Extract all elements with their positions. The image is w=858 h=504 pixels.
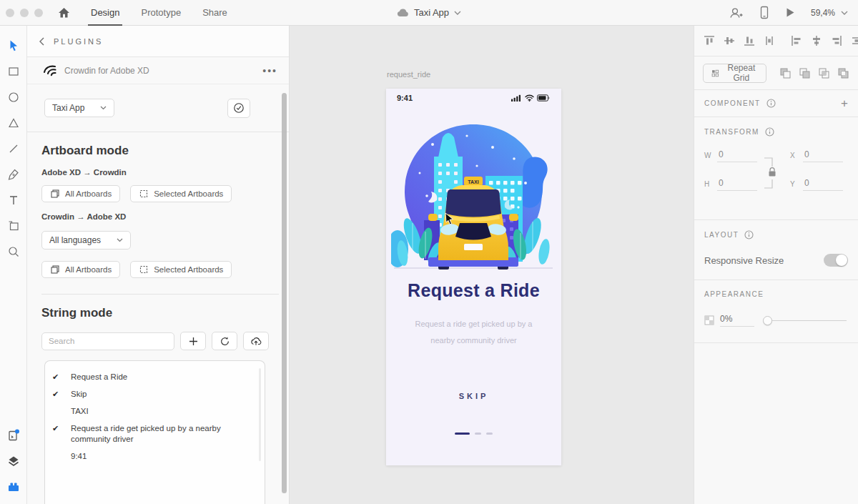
zoom-tool[interactable] xyxy=(0,239,27,265)
artboard-tool[interactable] xyxy=(0,213,27,239)
subtitle-line1: Request a ride get picked up by a xyxy=(386,316,561,332)
add-component-button[interactable]: + xyxy=(841,97,848,111)
titlebar-actions: 59,4% xyxy=(729,6,848,19)
zoom-level: 59,4% xyxy=(811,8,835,18)
x-field[interactable] xyxy=(803,149,843,162)
boolean-intersect-icon[interactable] xyxy=(818,67,830,79)
line-tool[interactable] xyxy=(0,136,27,162)
phone-statusbar: 9:41 xyxy=(386,89,561,107)
info-icon[interactable] xyxy=(765,127,774,137)
y-field[interactable] xyxy=(803,178,843,191)
boolean-subtract-icon[interactable] xyxy=(799,67,811,79)
plugin-menu-button[interactable]: ••• xyxy=(262,68,277,74)
home-button[interactable] xyxy=(57,6,71,19)
dot-active xyxy=(455,433,470,435)
selected-artboards-label: Selected Artboards xyxy=(154,265,223,274)
line-icon xyxy=(7,142,20,155)
back-chevron-icon[interactable] xyxy=(39,37,45,46)
boolean-exclude-icon[interactable] xyxy=(837,67,849,79)
minimize-window-icon[interactable] xyxy=(20,9,29,17)
align-center-horizontal-icon[interactable] xyxy=(810,34,823,47)
artboard-name-label[interactable]: request_ride xyxy=(387,70,430,79)
device-preview-icon[interactable] xyxy=(759,6,769,19)
artboard-request-ride[interactable]: 9:41 xyxy=(386,89,561,465)
project-row: Taxi App xyxy=(27,84,289,132)
pen-tool[interactable] xyxy=(0,162,27,187)
appearance-section: APPEARANCE 0% xyxy=(694,280,858,343)
confirm-project-button[interactable] xyxy=(227,99,250,118)
string-list-item[interactable]: ✔ Request a ride get picked up by a near… xyxy=(52,420,255,448)
responsive-resize-toggle[interactable] xyxy=(824,254,848,267)
tab-share[interactable]: Share xyxy=(202,0,227,26)
languages-select[interactable]: All languages xyxy=(41,231,131,249)
string-label: 9:41 xyxy=(71,451,255,462)
select-tool[interactable] xyxy=(0,33,27,59)
dot xyxy=(475,433,481,435)
maximize-window-icon[interactable] xyxy=(34,9,43,17)
layout-label: LAYOUT xyxy=(704,231,739,239)
opacity-slider[interactable] xyxy=(763,316,848,325)
boolean-add-icon[interactable] xyxy=(779,67,792,79)
info-icon[interactable] xyxy=(766,99,776,108)
string-list-item[interactable]: ✔ Request a Ride xyxy=(52,368,255,385)
selected-artboards-button[interactable]: Selected Artboards xyxy=(130,185,232,202)
info-icon[interactable] xyxy=(744,230,754,239)
skip-button[interactable]: SKIP xyxy=(386,392,561,400)
slider-knob[interactable] xyxy=(763,316,772,325)
taxi-sign-text: TAXI xyxy=(468,179,478,184)
text-tool[interactable] xyxy=(0,187,27,213)
plugin-title-row: Crowdin for Adobe XD ••• xyxy=(27,57,289,84)
all-artboards-button[interactable]: All Artboards xyxy=(41,185,120,202)
canvas[interactable]: request_ride 9:41 xyxy=(290,26,694,504)
plugins-panel-button[interactable] xyxy=(0,474,27,500)
plugins-header-label: PLUGINS xyxy=(54,37,103,46)
properties-panel: Repeat Grid COMPONENT + TRANSFORM xyxy=(694,26,858,504)
dot xyxy=(486,433,493,435)
height-field[interactable] xyxy=(717,178,757,191)
distribute-horizontal-icon[interactable] xyxy=(850,34,858,47)
document-title[interactable]: Taxi App xyxy=(397,7,461,18)
string-list-item[interactable]: ✔ 9:41 xyxy=(52,448,255,465)
align-bottom-icon[interactable] xyxy=(743,34,756,47)
align-right-icon[interactable] xyxy=(830,34,843,47)
distribute-vertical-icon[interactable] xyxy=(763,34,776,47)
stacked-artboards-icon xyxy=(50,189,60,199)
string-list-item[interactable]: ✔ TAXI xyxy=(52,402,255,420)
selected-artboards-button-2[interactable]: Selected Artboards xyxy=(130,261,232,278)
align-left-icon[interactable] xyxy=(790,34,803,47)
align-top-icon[interactable] xyxy=(703,34,716,47)
close-window-icon[interactable] xyxy=(6,9,14,17)
zoom-control[interactable]: 59,4% xyxy=(811,8,848,18)
all-artboards-button-2[interactable]: All Artboards xyxy=(41,261,120,278)
magnifier-icon xyxy=(7,245,20,258)
rectangle-tool[interactable] xyxy=(0,59,27,84)
string-list-item[interactable]: ✔ Skip xyxy=(52,385,255,402)
repeat-grid-button[interactable]: Repeat Grid xyxy=(703,64,766,83)
ellipse-tool[interactable] xyxy=(0,84,27,110)
refresh-strings-button[interactable] xyxy=(212,332,237,350)
play-preview-icon[interactable] xyxy=(785,7,795,18)
project-select[interactable]: Taxi App xyxy=(44,99,114,117)
panel-scrollbar[interactable] xyxy=(282,93,287,493)
assets-panel-button[interactable] xyxy=(0,423,27,448)
polygon-tool[interactable] xyxy=(0,110,27,136)
add-string-button[interactable] xyxy=(180,332,206,350)
rectangle-icon xyxy=(7,65,20,78)
tab-prototype[interactable]: Prototype xyxy=(141,0,181,26)
window-controls[interactable] xyxy=(6,9,43,17)
tab-design[interactable]: Design xyxy=(91,0,119,26)
width-field[interactable] xyxy=(717,149,757,162)
align-middle-vertical-icon[interactable] xyxy=(723,34,736,47)
layers-panel-button[interactable] xyxy=(0,448,27,474)
status-time: 9:41 xyxy=(397,94,413,102)
plugin-body: Artboard mode Adobe XD → Crowdin All Art… xyxy=(27,132,289,504)
plus-icon xyxy=(189,337,198,346)
stacked-artboards-icon xyxy=(50,265,60,275)
upload-strings-button[interactable] xyxy=(243,332,269,350)
search-input[interactable] xyxy=(41,332,174,350)
subtitle-line2: nearby community driver xyxy=(386,332,561,349)
list-scrollbar[interactable] xyxy=(259,368,261,461)
opacity-value[interactable]: 0% xyxy=(720,314,754,327)
share-with-users-icon[interactable] xyxy=(729,6,744,19)
lock-aspect-ratio-control[interactable] xyxy=(761,151,780,195)
